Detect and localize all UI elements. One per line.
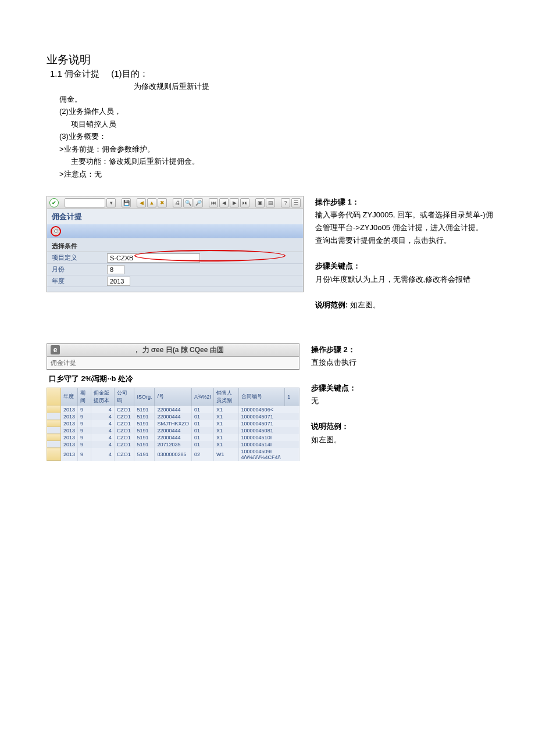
cell-period: 9 — [78, 420, 91, 427]
sap-window-title: 佣金计提 — [47, 209, 303, 224]
sap-screenshot-2: e ， 力 σee 日(a 隙 CQee 由圆 佣金计提 — [47, 343, 299, 370]
th-last[interactable]: 1 — [285, 388, 299, 406]
cell-sales: X1 — [213, 406, 238, 413]
cell-contract: 1000004509I 4/\/%/\/\/%4CF4/\ — [238, 448, 299, 461]
cell-period: 9 — [78, 448, 91, 461]
p1-text2: 佣金。 — [59, 94, 494, 105]
cell-year: 2013 — [61, 413, 78, 420]
table-row[interactable]: 201394CZO151912200044401X11000004510I — [47, 434, 299, 441]
cell-contract: 10000045071 — [238, 420, 299, 427]
cell-ver: 4 — [91, 448, 114, 461]
table-row[interactable]: 201394CZO151912200044401X110000045071 — [47, 413, 299, 420]
th-period[interactable]: 期间 — [78, 388, 91, 406]
cell-sales: X1 — [213, 434, 238, 441]
cell-contract: 10000045071 — [238, 413, 299, 420]
row-selector[interactable] — [47, 420, 61, 427]
cell-sales: X1 — [213, 420, 238, 427]
cell-company: CZO1 — [114, 413, 134, 420]
find-icon[interactable]: 🔍 — [183, 198, 192, 207]
cell-iso: 5191 — [134, 427, 155, 434]
th-isorg[interactable]: ISOrg. — [134, 388, 155, 406]
first-page-icon[interactable]: ⏮ — [209, 198, 218, 207]
new-session-icon[interactable]: ▣ — [255, 198, 265, 207]
prev-page-icon[interactable]: ◀ — [219, 198, 229, 207]
save-icon[interactable]: 💾 — [122, 198, 131, 207]
layout-icon[interactable]: ☰ — [291, 198, 301, 207]
table-row[interactable]: 201394CZO151912200044401X11000004506< — [47, 406, 299, 413]
step2-line1: 直接点击执行 — [311, 356, 494, 369]
table-row[interactable]: 201394CZO15191SMJTHKXZO01X110000045071 — [47, 420, 299, 427]
th-salescat[interactable]: 销售人员类别 — [213, 388, 238, 406]
table-row[interactable]: 201394CZO15191030000028502W11000004509I … — [47, 448, 299, 461]
cell-ver: 4 — [91, 427, 114, 434]
row-selector[interactable] — [47, 448, 61, 461]
field-label: 月份 — [52, 265, 107, 274]
row-selector[interactable] — [47, 427, 61, 434]
step1-line2: 查询出需要计提佣金的项目，点击执行。 — [315, 234, 494, 247]
th-number[interactable]: /号 — [155, 388, 192, 406]
th-year[interactable]: 年度 — [61, 388, 78, 406]
print-icon[interactable]: 🖨 — [173, 198, 182, 207]
step1-heading: 操作步骤 1： — [315, 196, 494, 209]
p2-label: (2)业务操作人员， — [59, 106, 494, 117]
cell-year: 2013 — [61, 427, 78, 434]
step1-example-text: 如左图。 — [350, 300, 380, 309]
next-page-icon[interactable]: ▶ — [230, 198, 239, 207]
cell-year: 2013 — [61, 420, 78, 427]
cell-iso: 5191 — [134, 413, 155, 420]
project-input[interactable]: S-CZXB — [107, 253, 200, 263]
th-company[interactable]: 公司码 — [114, 388, 134, 406]
sap-screenshot-1: ✔ ▾ 💾 ◀ ▲ ✖ 🖨 🔍 🔎 ⏮ ◀ ▶ ⏭ ▣ — [47, 196, 304, 292]
th-rownum — [47, 388, 61, 406]
cell-contract: 1000004506< — [238, 406, 299, 413]
shortcut-icon[interactable]: ▤ — [266, 198, 275, 207]
cell-no: 22000444 — [155, 427, 192, 434]
command-field[interactable] — [65, 198, 105, 207]
find-next-icon[interactable]: 🔎 — [194, 198, 203, 207]
cell-sales: X1 — [213, 413, 238, 420]
check-icon[interactable]: ✔ — [49, 198, 59, 207]
cell-period: 9 — [78, 413, 91, 420]
sap-toolbar: ✔ ▾ 💾 ◀ ▲ ✖ 🖨 🔍 🔎 ⏮ ◀ ▶ ⏭ ▣ — [47, 196, 303, 209]
th-contract[interactable]: 合同编号 — [238, 388, 285, 406]
cell-iso: 5191 — [134, 434, 155, 441]
p3-text1: >业务前提：佣金参数维护。 — [59, 144, 494, 155]
cell-period: 9 — [78, 434, 91, 441]
dropdown-icon[interactable]: ▾ — [106, 198, 116, 207]
cell-period: 9 — [78, 441, 91, 448]
row-selector[interactable] — [47, 406, 61, 413]
execute-button[interactable]: ⏱ — [51, 226, 61, 237]
th-version[interactable]: 佣金版提历本 — [91, 388, 114, 406]
field-label: 项目定义 — [52, 253, 107, 262]
cell-company: CZO1 — [114, 441, 134, 448]
help-icon[interactable]: ? — [281, 198, 290, 207]
step2-example-heading: 说明范例： — [311, 420, 494, 433]
sap-application-toolbar: ⏱ — [47, 224, 303, 238]
row-selector[interactable] — [47, 413, 61, 420]
exit-icon[interactable]: ▲ — [147, 198, 156, 207]
menu-icon[interactable]: e — [51, 345, 60, 354]
table-row[interactable]: 201394CZO151912200044401X110000045081 — [47, 427, 299, 434]
step2-key-heading: 步骤关键点： — [311, 382, 494, 395]
cell-a: 01 — [191, 434, 213, 441]
step1-example-heading: 说明范例: — [315, 300, 348, 309]
table-row[interactable]: 201394CZO151912071203501X11000004514I — [47, 441, 299, 448]
cell-sales: X1 — [213, 441, 238, 448]
step2-heading: 操作步骤 2： — [311, 343, 494, 356]
row-selector[interactable] — [47, 434, 61, 441]
cancel-icon[interactable]: ✖ — [158, 198, 167, 207]
form-row-year: 年度 2013 — [47, 275, 303, 287]
sap2-subtitle: 口乡守了 2%泻期··b 处冷 — [47, 370, 299, 388]
doc-title: 业务说明 — [47, 52, 494, 67]
row-selector[interactable] — [47, 441, 61, 448]
last-page-icon[interactable]: ⏭ — [240, 198, 249, 207]
cell-ver: 4 — [91, 413, 114, 420]
back-icon[interactable]: ◀ — [137, 198, 146, 207]
step2-example-text: 如左图。 — [311, 433, 494, 446]
cell-ver: 4 — [91, 420, 114, 427]
year-input[interactable]: 2013 — [107, 277, 130, 286]
th-a[interactable]: A¾%2I — [191, 388, 213, 406]
p1-text: 为修改规则后重新计提 — [134, 81, 494, 92]
month-input[interactable]: 8 — [107, 265, 124, 274]
p1-label: (1)目的： — [111, 69, 148, 78]
